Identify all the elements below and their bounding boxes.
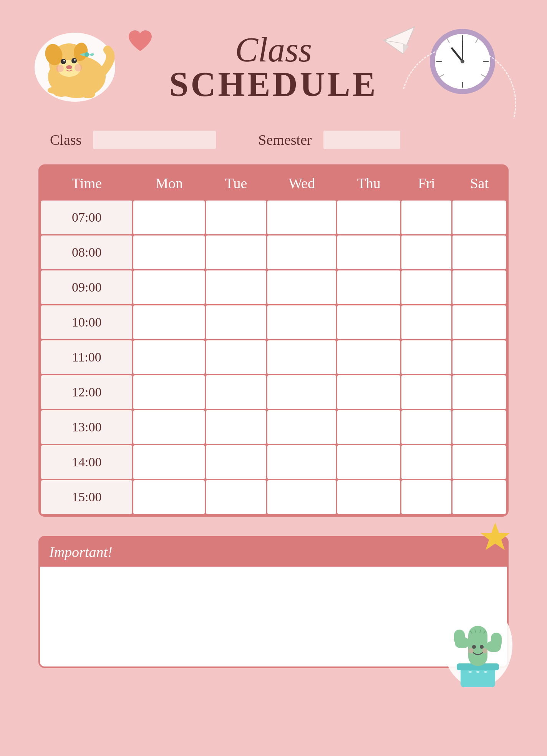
svg-point-7 <box>63 60 65 61</box>
table-row: 07:00 <box>41 201 506 234</box>
time-cell: 07:00 <box>41 201 132 234</box>
svg-point-16 <box>48 87 60 94</box>
schedule-cell[interactable] <box>453 201 506 234</box>
important-header: Important! <box>40 537 507 567</box>
header-sat: Sat <box>453 167 506 199</box>
header-tue: Tue <box>206 167 266 199</box>
schedule-cell[interactable] <box>133 235 205 269</box>
schedule-cell[interactable] <box>337 410 400 444</box>
schedule-cell[interactable] <box>133 305 205 339</box>
schedule-cell[interactable] <box>337 445 400 479</box>
title-block: Class SCHEDULE <box>169 33 378 102</box>
schedule-cell[interactable] <box>401 201 451 234</box>
schedule-cell[interactable] <box>453 235 506 269</box>
header-row: Time Mon Tue Wed Thu Fri Sat <box>41 167 506 199</box>
schedule-cell[interactable] <box>206 340 266 374</box>
important-body[interactable] <box>40 567 507 666</box>
header-fri: Fri <box>401 167 451 199</box>
schedule-cell[interactable] <box>337 270 400 304</box>
table-row: 13:00 <box>41 410 506 444</box>
schedule-cell[interactable] <box>206 375 266 409</box>
schedule-cell[interactable] <box>206 305 266 339</box>
schedule-cell[interactable] <box>133 410 205 444</box>
svg-point-15 <box>81 90 95 98</box>
schedule-cell[interactable] <box>133 375 205 409</box>
class-input[interactable] <box>93 131 216 149</box>
schedule-cell[interactable] <box>337 305 400 339</box>
schedule-cell[interactable] <box>267 375 336 409</box>
schedule-cell[interactable] <box>133 201 205 234</box>
schedule-cell[interactable] <box>401 445 451 479</box>
table-row: 11:00 <box>41 340 506 374</box>
header-mon: Mon <box>133 167 205 199</box>
class-label: Class <box>50 131 81 148</box>
schedule-cell[interactable] <box>401 375 451 409</box>
schedule-cell[interactable] <box>453 305 506 339</box>
important-label: Important! <box>49 544 113 560</box>
paper-plane-sticker <box>382 25 416 60</box>
schedule-cell[interactable] <box>453 410 506 444</box>
schedule-cell[interactable] <box>401 340 451 374</box>
table-row: 08:00 <box>41 235 506 269</box>
schedule-cell[interactable] <box>267 235 336 269</box>
schedule-cell[interactable] <box>267 410 336 444</box>
table-row: 09:00 <box>41 270 506 304</box>
svg-point-10 <box>66 65 72 69</box>
svg-point-13 <box>85 52 89 57</box>
schedule-cell[interactable] <box>267 201 336 234</box>
title-class-text: Class <box>169 33 378 67</box>
schedule-cell[interactable] <box>337 340 400 374</box>
page: Class SCHEDULE <box>0 0 547 756</box>
svg-point-8 <box>71 58 77 63</box>
time-cell: 08:00 <box>41 235 132 269</box>
schedule-cell[interactable] <box>133 340 205 374</box>
schedule-cell[interactable] <box>401 235 451 269</box>
schedule-cell[interactable] <box>337 201 400 234</box>
semester-input[interactable] <box>323 131 400 149</box>
schedule-cell[interactable] <box>337 375 400 409</box>
table-header: Time Mon Tue Wed Thu Fri Sat <box>41 167 506 199</box>
schedule-cell[interactable] <box>133 270 205 304</box>
schedule-cell[interactable] <box>337 235 400 269</box>
schedule-cell[interactable] <box>206 480 266 514</box>
star-sticker <box>478 521 512 560</box>
schedule-cell[interactable] <box>453 375 506 409</box>
schedule-cell[interactable] <box>133 445 205 479</box>
schedule-cell[interactable] <box>206 235 266 269</box>
header-thu: Thu <box>337 167 400 199</box>
schedule-cell[interactable] <box>401 480 451 514</box>
dog-sticker <box>31 27 119 104</box>
schedule-table: Time Mon Tue Wed Thu Fri Sat 07:0008:000… <box>40 166 507 515</box>
cactus-sticker <box>439 591 516 691</box>
schedule-cell[interactable] <box>267 340 336 374</box>
schedule-container: Time Mon Tue Wed Thu Fri Sat 07:0008:000… <box>38 164 509 517</box>
schedule-cell[interactable] <box>206 201 266 234</box>
svg-marker-19 <box>403 43 409 54</box>
schedule-cell[interactable] <box>453 480 506 514</box>
time-cell: 11:00 <box>41 340 132 374</box>
schedule-cell[interactable] <box>206 410 266 444</box>
schedule-cell[interactable] <box>337 480 400 514</box>
important-container: Important! <box>38 536 509 668</box>
schedule-cell[interactable] <box>401 410 451 444</box>
schedule-cell[interactable] <box>401 305 451 339</box>
schedule-cell[interactable] <box>267 480 336 514</box>
schedule-cell[interactable] <box>267 270 336 304</box>
schedule-cell[interactable] <box>267 445 336 479</box>
schedule-cell[interactable] <box>453 445 506 479</box>
schedule-cell[interactable] <box>206 445 266 479</box>
schedule-cell[interactable] <box>267 305 336 339</box>
schedule-cell[interactable] <box>206 270 266 304</box>
svg-rect-39 <box>454 630 465 645</box>
header-wed: Wed <box>267 167 336 199</box>
time-cell: 10:00 <box>41 305 132 339</box>
title-schedule-text: SCHEDULE <box>169 67 378 102</box>
schedule-cell[interactable] <box>133 480 205 514</box>
schedule-cell[interactable] <box>453 340 506 374</box>
svg-point-47 <box>480 645 484 649</box>
schedule-cell[interactable] <box>453 270 506 304</box>
time-cell: 12:00 <box>41 375 132 409</box>
svg-marker-33 <box>480 522 510 550</box>
svg-marker-17 <box>384 27 414 54</box>
schedule-cell[interactable] <box>401 270 451 304</box>
